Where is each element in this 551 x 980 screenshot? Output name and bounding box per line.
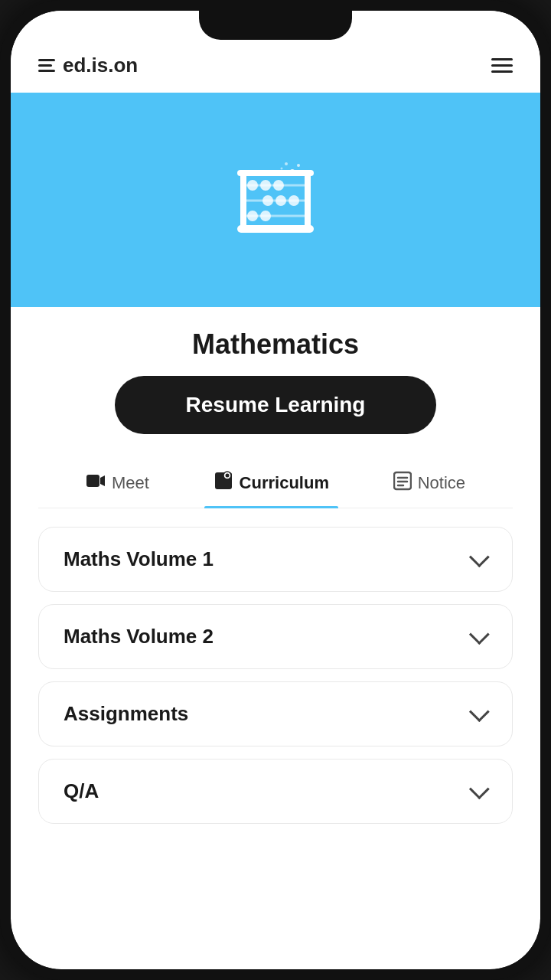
tabs-bar: Meet Curriculum [38,459,513,508]
chevron-down-icon-vol2 [466,626,487,648]
accordion-qa-label: Q/A [64,779,99,803]
course-info: Mathematics Resume Learning Meet [11,307,540,508]
tab-meet-label: Meet [112,473,149,493]
logo-text: ed.is.on [63,54,138,77]
accordion-list: Maths Volume 1 Maths Volume 2 Assignment… [11,508,540,969]
chevron-down-icon-vol1 [466,549,487,570]
hamburger-menu-button[interactable] [491,58,513,73]
chevron-down-icon-qa [466,781,487,802]
svg-rect-20 [86,475,99,487]
logo[interactable]: ed.is.on [38,54,138,77]
resume-learning-button[interactable]: Resume Learning [115,376,436,434]
svg-point-16 [297,164,300,167]
tab-notice[interactable]: Notice [384,459,474,508]
svg-rect-3 [237,170,314,176]
svg-point-19 [281,168,283,170]
accordion-assignments-label: Assignments [64,702,188,726]
hero-banner [11,93,540,307]
accordion-maths-vol-2-label: Maths Volume 2 [64,625,214,648]
notice-icon [393,471,412,495]
accordion-qa[interactable]: Q/A [38,759,513,824]
tab-curriculum[interactable]: Curriculum [204,459,338,508]
svg-marker-21 [100,475,105,486]
svg-point-24 [225,474,229,478]
accordion-maths-vol-1-label: Maths Volume 1 [64,547,214,571]
abacus-icon [230,158,321,242]
svg-rect-0 [237,225,314,233]
accordion-maths-vol-2[interactable]: Maths Volume 2 [38,604,513,669]
meet-icon [86,472,106,494]
svg-point-17 [285,162,288,165]
accordion-maths-vol-1[interactable]: Maths Volume 1 [38,527,513,592]
logo-hamburger-icon [38,59,55,72]
curriculum-icon [214,471,233,495]
screen: ed.is.on [11,11,540,969]
chevron-down-icon-assignments [466,704,487,725]
course-title: Mathematics [192,328,359,361]
tab-curriculum-label: Curriculum [240,473,329,493]
phone-notch [199,11,352,40]
tab-meet[interactable]: Meet [77,460,158,506]
accordion-assignments[interactable]: Assignments [38,681,513,746]
tab-notice-label: Notice [418,473,465,493]
svg-point-18 [303,173,306,176]
svg-point-15 [290,169,295,174]
phone-frame: ed.is.on [0,0,551,980]
